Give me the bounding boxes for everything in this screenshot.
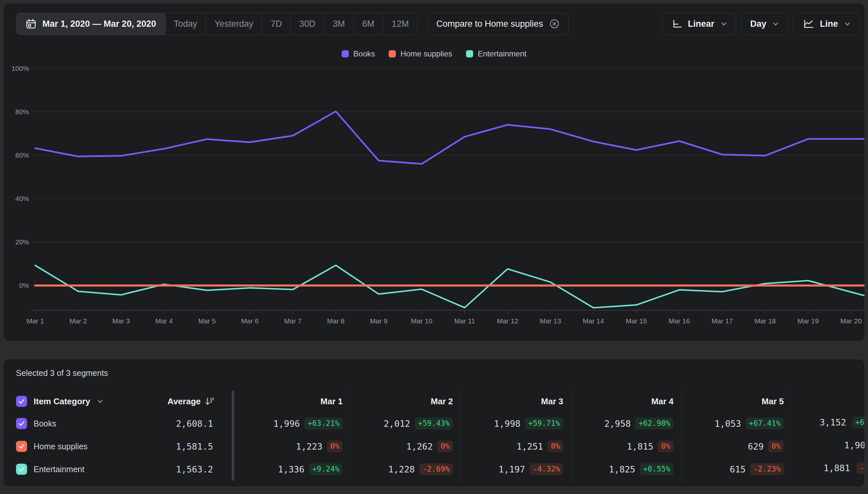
row-label: Home supplies: [34, 442, 88, 451]
date-header: Mar 4: [571, 391, 681, 412]
segments-table: Item Category Books Home supplies: [4, 391, 865, 481]
day-value: 1,223: [296, 441, 322, 452]
chevron-down-icon: [720, 20, 728, 27]
entertainment-checkbox[interactable]: [16, 464, 27, 475]
legend-item-entertainment[interactable]: Entertainment: [466, 49, 526, 58]
date-range-label: Mar 1, 2020 — Mar 20, 2020: [42, 19, 156, 29]
delta-badge: 0%: [437, 440, 453, 452]
preset-3m-button[interactable]: 3M: [324, 13, 354, 35]
chevron-down-icon: [772, 20, 779, 27]
series-line-books: [35, 111, 865, 164]
table-row-home-supplies[interactable]: Home supplies: [4, 435, 108, 458]
date-header: Mar 1: [241, 391, 351, 412]
x-axis-label: Mar 1: [26, 317, 44, 325]
day-value: 1,996: [273, 419, 300, 429]
toolbar-right-group: Linear Day Line: [662, 13, 860, 35]
x-axis-label: Mar 17: [712, 317, 733, 325]
compare-label: Compare to Home supplies: [436, 19, 543, 29]
date-header: Mar 5: [682, 391, 792, 412]
delta-badge: 0%: [768, 440, 784, 452]
x-axis-label: Mar 11: [454, 317, 475, 325]
chart-card: Mar 1, 2020 — Mar 20, 2020 Today Yesterd…: [3, 3, 865, 341]
compare-button[interactable]: Compare to Home supplies: [428, 13, 569, 35]
day-value: 1,815: [627, 441, 653, 452]
legend-item-home-supplies[interactable]: Home supplies: [389, 49, 452, 58]
column-mar-3: Mar 3 1,998+59.71% 1,2510% 1,197-4.32%: [461, 391, 571, 481]
x-axis-label: Mar 2: [70, 317, 87, 325]
select-all-checkbox[interactable]: [16, 396, 27, 407]
delta-badge: 0%: [658, 440, 674, 452]
x-axis-label: Mar 12: [497, 317, 518, 325]
x-axis-label: Mar 3: [112, 317, 130, 325]
x-axis-label: Mar 13: [540, 317, 561, 325]
preset-30d-button[interactable]: 30D: [291, 13, 324, 35]
books-swatch: [342, 50, 349, 57]
average-value: 2,608.1: [176, 419, 213, 429]
frozen-column-divider: [226, 391, 241, 481]
legend-label: Books: [353, 49, 375, 58]
x-axis-label: Mar 8: [327, 317, 345, 325]
delta-badge: +59.43%: [415, 418, 453, 429]
delta-badge-clipped: +6: [852, 417, 865, 428]
date-range-button[interactable]: Mar 1, 2020 — Mar 20, 2020: [16, 13, 166, 35]
x-axis-label: Mar 19: [797, 317, 819, 325]
chevron-down-icon: [844, 20, 851, 27]
delta-badge: 0%: [327, 440, 343, 452]
home-supplies-checkbox[interactable]: [16, 441, 27, 452]
x-axis-label: Mar 10: [411, 317, 432, 325]
day-value: 1,262: [406, 441, 433, 452]
column-mar-1: Mar 1 1,996+63.21% 1,2230% 1,336+9.24%: [241, 391, 351, 481]
day-value: 1,825: [609, 464, 635, 474]
toolbar-left-group: Mar 1, 2020 — Mar 20, 2020 Today Yesterd…: [16, 13, 569, 35]
legend-label: Home supplies: [400, 49, 452, 58]
item-category-header[interactable]: Item Category: [4, 391, 108, 412]
axis-scale-icon: [672, 18, 683, 30]
line-chart-icon: [803, 18, 814, 30]
preset-7d-button[interactable]: 7D: [262, 13, 291, 35]
chart-type-label: Line: [820, 19, 838, 29]
day-value: 615: [730, 464, 746, 474]
books-checkbox[interactable]: [16, 418, 27, 429]
preset-12m-button[interactable]: 12M: [383, 13, 417, 35]
delta-badge: -2.69%: [419, 463, 453, 475]
x-axis-label: Mar 20: [840, 317, 862, 325]
y-axis-label: 80%: [15, 108, 29, 115]
average-column: Average 2,608.1 1,581.5 1,563.2: [108, 391, 226, 481]
granularity-dropdown[interactable]: Day: [741, 13, 788, 35]
y-axis-label: 60%: [15, 151, 29, 159]
legend-item-books[interactable]: Books: [342, 49, 375, 58]
preset-yesterday-button[interactable]: Yesterday: [206, 13, 262, 35]
preset-6m-button[interactable]: 6M: [354, 13, 383, 35]
table-row-books[interactable]: Books: [4, 412, 108, 435]
day-value: 629: [748, 441, 764, 452]
day-value: 2,958: [604, 419, 631, 429]
segments-selected-summary: Selected 3 of 3 segments: [16, 368, 108, 378]
scale-dropdown[interactable]: Linear: [662, 13, 736, 35]
x-axis-label: Mar 18: [754, 317, 776, 325]
entertainment-swatch: [466, 50, 473, 57]
delta-badge: +9.24%: [309, 463, 343, 475]
delta-badge: +0.55%: [640, 463, 674, 475]
day-value: 1,336: [278, 464, 304, 474]
average-value: 1,581.5: [176, 441, 213, 452]
chart-type-dropdown[interactable]: Line: [793, 13, 860, 35]
item-category-column: Item Category Books Home supplies: [4, 391, 108, 481]
day-value-clipped: 1,90: [844, 440, 865, 450]
row-label: Entertainment: [34, 464, 84, 474]
day-value: 2,012: [384, 419, 410, 429]
average-header[interactable]: Average: [108, 391, 226, 412]
column-mar-4: Mar 4 2,958+62.98% 1,8150% 1,825+0.55%: [571, 391, 682, 481]
table-row-entertainment[interactable]: Entertainment: [4, 458, 108, 481]
delta-badge: +59.71%: [525, 418, 563, 429]
preset-today-button[interactable]: Today: [165, 13, 206, 35]
chevron-down-icon: [97, 398, 104, 405]
date-header: Mar 2: [351, 391, 461, 412]
series-line-entertainment: [35, 265, 865, 308]
x-axis-label: Mar 15: [625, 317, 647, 325]
sort-descending-icon: [205, 396, 214, 406]
column-mar-5: Mar 5 1,053+67.41% 6290% 615-2.23%: [682, 391, 792, 481]
close-circle-icon[interactable]: [549, 18, 560, 30]
delta-badge: -4.32%: [530, 463, 563, 475]
y-axis-label: 40%: [15, 195, 29, 202]
chart-legend: Books Home supplies Entertainment: [4, 49, 864, 58]
